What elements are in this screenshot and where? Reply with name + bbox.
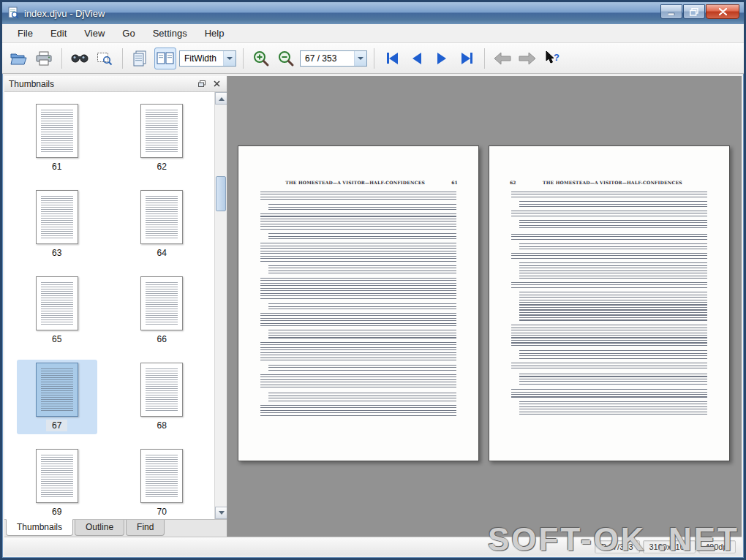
thumbnails-scrollbar[interactable] (214, 92, 227, 519)
djview-window: index.djvu - DjView File Edit View Go Se (0, 0, 746, 560)
menu-view[interactable]: View (76, 26, 113, 41)
back-button[interactable] (491, 48, 513, 69)
maximize-button[interactable] (683, 4, 705, 19)
titlebar[interactable]: index.djvu - DjView (2, 2, 744, 24)
thumbnail-page-63[interactable]: 63 (17, 187, 97, 262)
thumbnail-label: 70 (151, 506, 173, 518)
menu-file[interactable]: File (10, 26, 41, 41)
thumbnail-image (36, 104, 78, 158)
menubar: File Edit View Go Settings Help (2, 24, 744, 43)
svg-text:?: ? (554, 52, 560, 63)
document-page-left[interactable]: THE HOMESTEAD—A VISITOR—HALF-CONFIDENCES… (238, 145, 479, 461)
page-text (511, 192, 707, 436)
toolbar-separator (61, 48, 62, 69)
panel-header: Thumbnails (4, 76, 227, 92)
menu-help[interactable]: Help (197, 26, 233, 41)
chevron-down-icon[interactable] (223, 51, 236, 66)
toolbar: FitWidth 67 / 353 (2, 43, 744, 74)
thumbnail-label: 63 (46, 247, 67, 259)
toolbar-separator (122, 48, 123, 69)
scroll-down-icon[interactable] (215, 507, 227, 519)
thumbnails-panel: Thumbnails (4, 76, 227, 537)
page-text (260, 192, 456, 436)
thumbnail-page-67-selected[interactable]: 67 (17, 360, 97, 434)
find-button[interactable] (69, 48, 91, 69)
thumbnail-page-62[interactable]: 62 (121, 101, 202, 175)
thumbnail-image (140, 363, 183, 417)
thumbnail-image (140, 449, 183, 503)
menu-edit[interactable]: Edit (42, 26, 75, 41)
close-button[interactable] (706, 4, 739, 19)
minimize-button[interactable] (660, 4, 682, 19)
previous-page-button[interactable] (406, 48, 428, 69)
next-page-button[interactable] (431, 48, 453, 69)
print-button[interactable] (33, 48, 55, 69)
thumbnail-label: 69 (46, 506, 67, 518)
zoom-out-button[interactable] (275, 48, 297, 69)
thumbnail-page-64[interactable]: 64 (121, 187, 202, 262)
undock-panel-icon[interactable] (196, 78, 208, 89)
thumbnail-image (140, 104, 183, 158)
toolbar-separator (374, 48, 374, 69)
thumbnail-label: 68 (151, 420, 173, 431)
thumbnail-page-66[interactable]: 66 (121, 273, 202, 348)
thumbnail-image (36, 449, 78, 503)
menu-go[interactable]: Go (114, 26, 143, 41)
thumbnail-label: 65 (46, 333, 67, 345)
thumbnail-image (36, 276, 78, 330)
menu-settings[interactable]: Settings (145, 26, 195, 41)
header-page-number: 62 (510, 180, 516, 185)
layout-single-page-button[interactable] (129, 48, 151, 69)
forward-button[interactable] (516, 48, 538, 69)
app-icon (7, 7, 20, 20)
thumbnail-page-70[interactable]: 70 (121, 446, 202, 519)
close-panel-icon[interactable] (211, 78, 222, 89)
first-page-button[interactable] (381, 48, 403, 69)
zoom-mode-value: FitWidth (184, 53, 216, 64)
thumbnail-label: 66 (151, 333, 173, 345)
toolbar-separator (484, 48, 485, 69)
sidebar-tabs: Thumbnails Outline Find (4, 519, 227, 537)
header-page-number: 61 (451, 180, 458, 185)
tab-find[interactable]: Find (126, 520, 165, 536)
thumbnail-page-68[interactable]: 68 (121, 360, 202, 434)
window-title: index.djvu - DjView (24, 8, 105, 19)
thumbnail-page-69[interactable]: 69 (17, 446, 97, 519)
tab-outline[interactable]: Outline (75, 520, 124, 536)
status-page-indicator: P 67/353 (595, 540, 640, 553)
thumbnail-image (36, 363, 78, 417)
whats-this-help-button[interactable]: ? (541, 48, 563, 69)
document-viewer[interactable]: THE HOMESTEAD—A VISITOR—HALF-CONFIDENCES… (227, 76, 742, 537)
scrollbar-thumb[interactable] (216, 176, 226, 211)
select-area-button[interactable] (94, 48, 116, 69)
document-page-right[interactable]: 62 THE HOMESTEAD—A VISITOR—HALF-CONFIDEN… (489, 145, 730, 461)
layout-side-by-side-button[interactable] (154, 48, 176, 69)
page-number-combo[interactable]: 67 / 353 (300, 50, 367, 67)
thumbnail-image (140, 276, 183, 330)
thumbnail-label: 62 (151, 161, 173, 173)
toolbar-separator (243, 48, 244, 69)
thumbnail-list: 61 62 63 64 (4, 92, 227, 519)
zoom-in-button[interactable] (250, 48, 272, 69)
thumbnail-label: 64 (151, 247, 173, 259)
running-header: 62 THE HOMESTEAD—A VISITOR—HALF-CONFIDEN… (510, 180, 709, 185)
open-button[interactable] (8, 48, 30, 69)
status-dpi: 400dpi (698, 540, 736, 553)
thumbnail-page-61[interactable]: 61 (17, 101, 97, 175)
page-number-value: 67 / 353 (305, 53, 336, 64)
scroll-up-icon[interactable] (215, 92, 227, 105)
thumbnail-image (36, 190, 78, 244)
header-title: THE HOMESTEAD—A VISITOR—HALF-CONFIDENCES (259, 180, 451, 185)
zoom-mode-select[interactable]: FitWidth (179, 50, 236, 67)
last-page-button[interactable] (456, 48, 478, 69)
thumbnail-image (140, 190, 183, 244)
thumbnail-page-65[interactable]: 65 (17, 273, 97, 348)
chevron-down-icon[interactable] (354, 51, 366, 66)
content-area: Thumbnails (4, 76, 742, 537)
tab-thumbnails[interactable]: Thumbnails (6, 519, 73, 536)
thumbnail-label: 61 (46, 161, 67, 173)
status-resolution: 3100x4100 (643, 540, 696, 553)
running-header: THE HOMESTEAD—A VISITOR—HALF-CONFIDENCES… (259, 180, 458, 185)
statusbar: P 67/353 3100x4100 400dpi (4, 537, 742, 556)
thumbnail-label: 67 (46, 420, 67, 431)
